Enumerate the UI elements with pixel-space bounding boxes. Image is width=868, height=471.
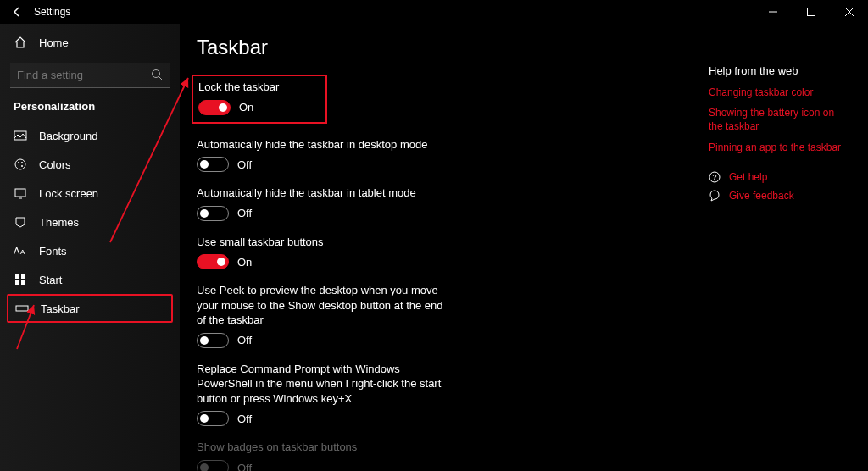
toggle-state: Off xyxy=(237,413,252,425)
sidebar-item-label: Start xyxy=(39,274,62,286)
toggle-autohide-desktop[interactable] xyxy=(197,157,229,172)
svg-rect-9 xyxy=(15,189,25,197)
toggle-badges xyxy=(197,460,229,471)
help-link-pin[interactable]: Pinning an app to the taskbar xyxy=(709,141,844,154)
sidebar-item-background[interactable]: Background xyxy=(0,121,180,150)
palette-icon xyxy=(14,158,27,171)
feedback-icon xyxy=(709,190,721,202)
feedback-link[interactable]: Give feedback xyxy=(709,190,844,202)
setting-autohide-tablet-label: Automatically hide the taskbar in tablet… xyxy=(197,186,451,201)
toggle-state: On xyxy=(239,101,253,114)
sidebar-section-title: Personalization xyxy=(0,100,180,121)
svg-point-8 xyxy=(21,165,23,167)
start-icon xyxy=(14,273,27,286)
search-icon xyxy=(151,69,163,80)
help-title: Help from the web xyxy=(709,64,844,77)
svg-rect-16 xyxy=(21,280,25,285)
svg-point-7 xyxy=(21,162,23,163)
sidebar-item-fonts[interactable]: AA Fonts xyxy=(0,236,180,265)
get-help-link[interactable]: ? Get help xyxy=(709,171,844,183)
setting-powershell-label: Replace Command Prompt with Windows Powe… xyxy=(197,362,451,407)
setting-lock-taskbar-label: Lock the taskbar xyxy=(198,80,317,95)
toggle-state: Off xyxy=(237,334,252,346)
sidebar-item-label: Themes xyxy=(39,216,79,229)
svg-point-5 xyxy=(15,159,25,169)
toggle-peek[interactable] xyxy=(197,333,229,348)
home-link[interactable]: Home xyxy=(0,29,180,56)
toggle-state: Off xyxy=(237,207,252,219)
svg-text:A: A xyxy=(14,246,20,256)
minimize-button[interactable] xyxy=(754,0,792,24)
setting-peek-label: Use Peek to preview the desktop when you… xyxy=(197,283,451,328)
close-icon xyxy=(845,8,854,16)
search-box[interactable] xyxy=(10,63,170,88)
sidebar-item-label: Background xyxy=(39,130,97,142)
home-label: Home xyxy=(39,36,69,49)
toggle-lock-taskbar[interactable] xyxy=(198,100,231,115)
back-arrow-icon xyxy=(11,6,23,18)
svg-rect-15 xyxy=(15,280,19,285)
get-help-label: Get help xyxy=(729,171,767,183)
toggle-state: On xyxy=(237,256,252,269)
lockscreen-icon xyxy=(14,186,27,200)
taskbar-icon xyxy=(15,302,29,315)
toggle-state: Off xyxy=(237,462,252,471)
setting-badges-label: Show badges on taskbar buttons xyxy=(197,440,451,455)
maximize-icon xyxy=(807,8,815,16)
help-panel: Help from the web Changing taskbar color… xyxy=(709,64,844,208)
svg-rect-17 xyxy=(16,306,28,311)
maximize-button[interactable] xyxy=(792,0,830,24)
svg-point-6 xyxy=(18,162,19,163)
close-button[interactable] xyxy=(830,0,868,24)
svg-rect-14 xyxy=(21,274,25,279)
svg-line-3 xyxy=(159,77,163,80)
sidebar-item-label: Colors xyxy=(39,158,71,171)
help-icon: ? xyxy=(709,171,721,183)
sidebar: Home Personalization Background Colors L… xyxy=(0,24,180,471)
svg-text:?: ? xyxy=(713,173,717,181)
sidebar-item-themes[interactable]: Themes xyxy=(0,208,180,236)
toggle-autohide-tablet[interactable] xyxy=(197,206,229,221)
feedback-label: Give feedback xyxy=(729,190,794,202)
toggle-powershell[interactable] xyxy=(197,411,229,426)
setting-autohide-desktop-label: Automatically hide the taskbar in deskto… xyxy=(197,137,451,152)
search-input[interactable] xyxy=(10,63,170,88)
themes-icon xyxy=(14,215,27,229)
toggle-small-buttons[interactable] xyxy=(197,254,229,269)
sidebar-item-taskbar[interactable]: Taskbar xyxy=(7,294,173,323)
sidebar-item-start[interactable]: Start xyxy=(0,265,180,294)
back-button[interactable] xyxy=(0,6,34,18)
sidebar-item-colors[interactable]: Colors xyxy=(0,150,180,179)
help-link-battery[interactable]: Showing the battery icon on the taskbar xyxy=(709,106,844,133)
sidebar-item-label: Fonts xyxy=(39,245,67,258)
content-area: Taskbar Lock the taskbar On Automaticall… xyxy=(180,24,868,471)
svg-point-2 xyxy=(153,70,160,78)
titlebar-title: Settings xyxy=(34,6,70,18)
page-title: Taskbar xyxy=(197,36,868,59)
minimize-icon xyxy=(769,8,777,16)
svg-rect-13 xyxy=(15,274,19,279)
sidebar-item-lockscreen[interactable]: Lock screen xyxy=(0,179,180,208)
toggle-state: Off xyxy=(237,158,252,171)
help-link-color[interactable]: Changing taskbar color xyxy=(709,86,844,99)
sidebar-item-label: Taskbar xyxy=(41,302,80,315)
svg-rect-1 xyxy=(807,8,815,16)
sidebar-item-label: Lock screen xyxy=(39,187,98,200)
svg-text:A: A xyxy=(20,248,25,256)
home-icon xyxy=(14,36,27,49)
highlight-lock-taskbar: Lock the taskbar On xyxy=(192,75,327,124)
fonts-icon: AA xyxy=(14,244,27,258)
image-icon xyxy=(14,129,27,142)
setting-small-buttons-label: Use small taskbar buttons xyxy=(197,235,451,250)
